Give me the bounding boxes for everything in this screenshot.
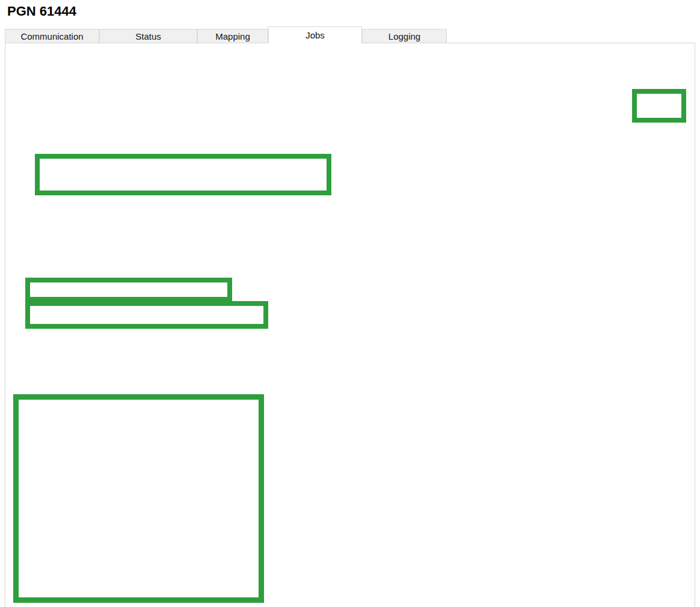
tab-logging[interactable]: Logging — [362, 29, 447, 43]
tab-jobs[interactable]: Jobs — [268, 26, 362, 43]
jobs-tab-page — [5, 43, 695, 607]
tab-mapping[interactable]: Mapping — [197, 29, 268, 43]
tab-status[interactable]: Status — [99, 29, 197, 43]
tab-communication[interactable]: Communication — [5, 29, 99, 43]
page-title: PGN 61444 — [7, 4, 76, 19]
